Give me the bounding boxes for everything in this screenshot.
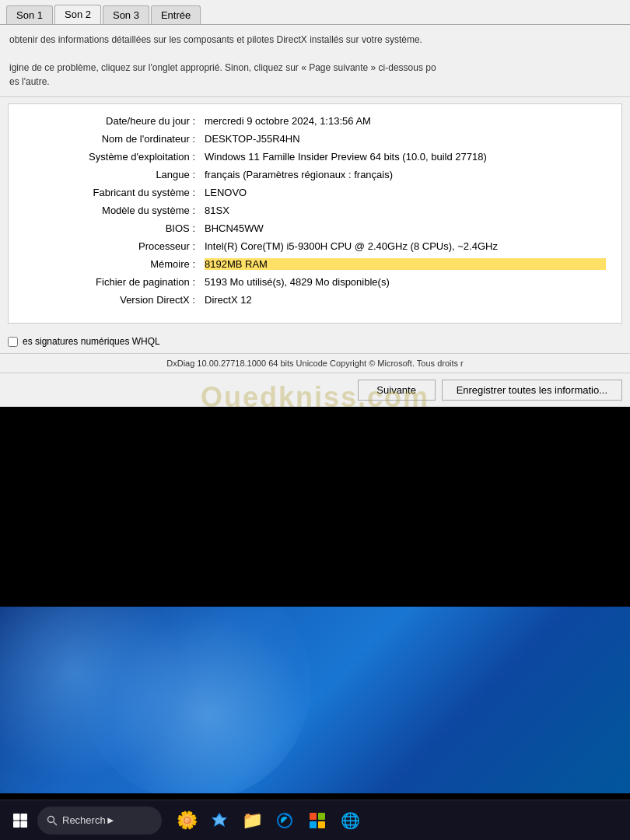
description-line3: es l'autre. — [9, 75, 621, 89]
copilot-logo-icon — [210, 811, 229, 830]
file-explorer-icon[interactable]: 📁 — [236, 805, 268, 836]
memory-label: Mémoire : — [24, 258, 195, 270]
next-button[interactable]: Suivante — [358, 380, 436, 401]
start-button[interactable] — [6, 807, 34, 835]
svg-rect-1 — [21, 814, 28, 821]
processor-label: Processeur : — [24, 240, 195, 252]
description-line2: igine de ce problème, cliquez sur l'ongl… — [9, 61, 621, 75]
memory-value: 8192MB RAM — [205, 258, 606, 270]
search-text: Recherch► — [62, 814, 116, 826]
svg-rect-2 — [13, 821, 20, 828]
microsoft-store-icon[interactable] — [302, 805, 333, 836]
svg-rect-9 — [318, 813, 325, 820]
processor-value: Intel(R) Core(TM) i5-9300H CPU @ 2.40GHz… — [205, 240, 606, 252]
bios-label: BIOS : — [24, 222, 195, 234]
footer-bar: DxDiag 10.00.27718.1000 64 bits Unicode … — [0, 353, 630, 373]
pagefile-label: Fichier de pagination : — [24, 276, 195, 288]
date-label: Date/heure du jour : — [24, 115, 195, 127]
pagefile-row: Fichier de pagination : 5193 Mo utilisé(… — [24, 276, 606, 288]
widgets-icon[interactable]: 🌼 — [171, 805, 202, 836]
os-value: Windows 11 Famille Insider Preview 64 bi… — [205, 151, 606, 163]
taskbar: Recherch► 🌼 📁 — [0, 800, 630, 840]
info-panel: Date/heure du jour : mercredi 9 octobre … — [8, 103, 622, 324]
processor-row: Processeur : Intel(R) Core(TM) i5-9300H … — [24, 240, 606, 252]
edge-icon[interactable] — [269, 805, 300, 836]
manufacturer-value: LENOVO — [205, 187, 606, 198]
date-value: mercredi 9 octobre 2024, 1:13:56 AM — [205, 115, 606, 127]
lang-row: Langue : français (Paramètres régionaux … — [24, 169, 606, 180]
button-row: Suivante Enregistrer toutes les informat… — [0, 373, 630, 407]
memory-row: Mémoire : 8192MB RAM — [24, 258, 606, 270]
whql-label: es signatures numériques WHQL — [23, 336, 160, 347]
model-label: Modèle du système : — [24, 205, 195, 216]
svg-point-4 — [48, 816, 54, 822]
computer-row: Nom de l'ordinateur : DESKTOP-J55R4HN — [24, 133, 606, 145]
edge-logo-icon — [275, 811, 294, 830]
svg-rect-3 — [21, 821, 28, 828]
search-icon — [47, 815, 58, 826]
manufacturer-row: Fabricant du système : LENOVO — [24, 187, 606, 198]
svg-line-5 — [54, 822, 57, 825]
tab-bar: Son 1 Son 2 Son 3 Entrée — [0, 0, 630, 25]
footer-text: DxDiag 10.00.27718.1000 64 bits Unicode … — [166, 359, 464, 368]
os-row: Système d'exploitation : Windows 11 Fami… — [24, 151, 606, 163]
model-value: 81SX — [205, 205, 606, 216]
dxdiag-window: Son 1 Son 2 Son 3 Entrée obtenir des inf… — [0, 0, 630, 407]
desktop-background — [0, 607, 630, 793]
tab-entree[interactable]: Entrée — [151, 5, 201, 24]
lang-label: Langue : — [24, 169, 195, 180]
checkbox-area: es signatures numériques WHQL — [0, 330, 630, 353]
os-label: Système d'exploitation : — [24, 151, 195, 163]
date-row: Date/heure du jour : mercredi 9 octobre … — [24, 115, 606, 127]
svg-rect-0 — [13, 814, 20, 821]
bios-value: BHCN45WW — [205, 222, 606, 234]
model-row: Modèle du système : 81SX — [24, 205, 606, 216]
bios-row: BIOS : BHCN45WW — [24, 222, 606, 234]
svg-rect-8 — [310, 813, 317, 820]
computer-label: Nom de l'ordinateur : — [24, 133, 195, 145]
directx-label: Version DirectX : — [24, 294, 195, 306]
manufacturer-label: Fabricant du système : — [24, 187, 195, 198]
windows-logo-icon — [12, 813, 28, 828]
tab-son3[interactable]: Son 3 — [103, 5, 149, 24]
computer-value: DESKTOP-J55R4HN — [205, 133, 606, 145]
description-line1: obtenir des informations détaillées sur … — [9, 33, 621, 47]
svg-rect-11 — [318, 821, 325, 828]
store-logo-icon — [308, 811, 327, 830]
description-area: obtenir des informations détaillées sur … — [0, 25, 630, 97]
lang-value: français (Paramètres régionaux : françai… — [205, 169, 606, 180]
taskbar-icons: 🌼 📁 — [171, 805, 366, 836]
app-icon[interactable]: 🌐 — [334, 805, 366, 836]
pagefile-value: 5193 Mo utilisé(s), 4829 Mo disponible(s… — [205, 276, 606, 288]
tab-son1[interactable]: Son 1 — [6, 5, 53, 24]
save-button[interactable]: Enregistrer toutes les informatio... — [442, 380, 622, 401]
svg-rect-10 — [310, 821, 317, 828]
tab-son2[interactable]: Son 2 — [54, 5, 101, 24]
directx-row: Version DirectX : DirectX 12 — [24, 294, 606, 306]
copilot-icon[interactable] — [204, 805, 235, 836]
taskbar-search[interactable]: Recherch► — [37, 807, 162, 835]
directx-value: DirectX 12 — [205, 294, 606, 306]
whql-checkbox[interactable] — [8, 337, 18, 347]
